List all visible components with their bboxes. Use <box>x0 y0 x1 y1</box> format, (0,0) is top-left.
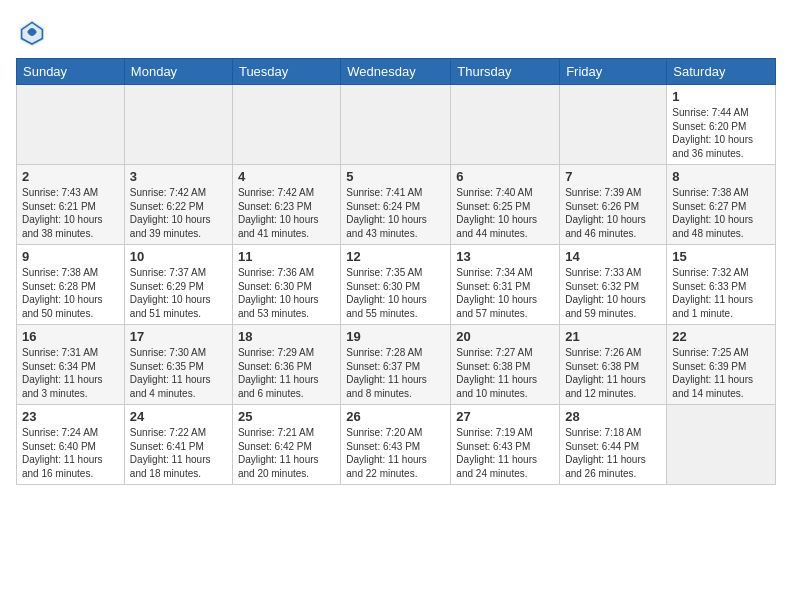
calendar-cell: 2Sunrise: 7:43 AM Sunset: 6:21 PM Daylig… <box>17 165 125 245</box>
day-number: 21 <box>565 329 661 344</box>
day-header-sunday: Sunday <box>17 59 125 85</box>
day-info: Sunrise: 7:44 AM Sunset: 6:20 PM Dayligh… <box>672 107 753 159</box>
calendar-cell: 27Sunrise: 7:19 AM Sunset: 6:43 PM Dayli… <box>451 405 560 485</box>
calendar-cell <box>124 85 232 165</box>
day-info: Sunrise: 7:34 AM Sunset: 6:31 PM Dayligh… <box>456 267 537 319</box>
day-info: Sunrise: 7:38 AM Sunset: 6:28 PM Dayligh… <box>22 267 103 319</box>
calendar-cell: 21Sunrise: 7:26 AM Sunset: 6:38 PM Dayli… <box>560 325 667 405</box>
day-info: Sunrise: 7:31 AM Sunset: 6:34 PM Dayligh… <box>22 347 103 399</box>
calendar-cell: 16Sunrise: 7:31 AM Sunset: 6:34 PM Dayli… <box>17 325 125 405</box>
day-number: 18 <box>238 329 335 344</box>
calendar-cell <box>341 85 451 165</box>
logo <box>16 16 54 48</box>
day-number: 28 <box>565 409 661 424</box>
day-info: Sunrise: 7:28 AM Sunset: 6:37 PM Dayligh… <box>346 347 427 399</box>
day-header-thursday: Thursday <box>451 59 560 85</box>
day-number: 6 <box>456 169 554 184</box>
day-number: 1 <box>672 89 770 104</box>
day-number: 23 <box>22 409 119 424</box>
day-number: 10 <box>130 249 227 264</box>
day-info: Sunrise: 7:38 AM Sunset: 6:27 PM Dayligh… <box>672 187 753 239</box>
day-info: Sunrise: 7:33 AM Sunset: 6:32 PM Dayligh… <box>565 267 646 319</box>
day-info: Sunrise: 7:41 AM Sunset: 6:24 PM Dayligh… <box>346 187 427 239</box>
calendar-cell: 6Sunrise: 7:40 AM Sunset: 6:25 PM Daylig… <box>451 165 560 245</box>
calendar-cell: 9Sunrise: 7:38 AM Sunset: 6:28 PM Daylig… <box>17 245 125 325</box>
page-header <box>16 16 776 48</box>
day-number: 13 <box>456 249 554 264</box>
calendar-cell <box>667 405 776 485</box>
day-number: 24 <box>130 409 227 424</box>
day-header-saturday: Saturday <box>667 59 776 85</box>
day-header-tuesday: Tuesday <box>232 59 340 85</box>
day-info: Sunrise: 7:24 AM Sunset: 6:40 PM Dayligh… <box>22 427 103 479</box>
day-info: Sunrise: 7:20 AM Sunset: 6:43 PM Dayligh… <box>346 427 427 479</box>
day-info: Sunrise: 7:37 AM Sunset: 6:29 PM Dayligh… <box>130 267 211 319</box>
day-info: Sunrise: 7:25 AM Sunset: 6:39 PM Dayligh… <box>672 347 753 399</box>
logo-icon <box>16 16 48 48</box>
calendar-cell: 26Sunrise: 7:20 AM Sunset: 6:43 PM Dayli… <box>341 405 451 485</box>
calendar-header-row: SundayMondayTuesdayWednesdayThursdayFrid… <box>17 59 776 85</box>
day-info: Sunrise: 7:26 AM Sunset: 6:38 PM Dayligh… <box>565 347 646 399</box>
calendar-cell: 10Sunrise: 7:37 AM Sunset: 6:29 PM Dayli… <box>124 245 232 325</box>
calendar-cell: 17Sunrise: 7:30 AM Sunset: 6:35 PM Dayli… <box>124 325 232 405</box>
day-number: 27 <box>456 409 554 424</box>
day-number: 9 <box>22 249 119 264</box>
day-number: 7 <box>565 169 661 184</box>
day-info: Sunrise: 7:19 AM Sunset: 6:43 PM Dayligh… <box>456 427 537 479</box>
day-info: Sunrise: 7:35 AM Sunset: 6:30 PM Dayligh… <box>346 267 427 319</box>
calendar-cell: 12Sunrise: 7:35 AM Sunset: 6:30 PM Dayli… <box>341 245 451 325</box>
calendar-cell: 23Sunrise: 7:24 AM Sunset: 6:40 PM Dayli… <box>17 405 125 485</box>
calendar-cell: 3Sunrise: 7:42 AM Sunset: 6:22 PM Daylig… <box>124 165 232 245</box>
day-info: Sunrise: 7:39 AM Sunset: 6:26 PM Dayligh… <box>565 187 646 239</box>
calendar-week-5: 23Sunrise: 7:24 AM Sunset: 6:40 PM Dayli… <box>17 405 776 485</box>
day-header-wednesday: Wednesday <box>341 59 451 85</box>
day-info: Sunrise: 7:42 AM Sunset: 6:23 PM Dayligh… <box>238 187 319 239</box>
calendar-week-3: 9Sunrise: 7:38 AM Sunset: 6:28 PM Daylig… <box>17 245 776 325</box>
day-number: 3 <box>130 169 227 184</box>
day-number: 12 <box>346 249 445 264</box>
calendar-cell: 25Sunrise: 7:21 AM Sunset: 6:42 PM Dayli… <box>232 405 340 485</box>
day-number: 19 <box>346 329 445 344</box>
calendar-week-4: 16Sunrise: 7:31 AM Sunset: 6:34 PM Dayli… <box>17 325 776 405</box>
day-header-monday: Monday <box>124 59 232 85</box>
day-info: Sunrise: 7:21 AM Sunset: 6:42 PM Dayligh… <box>238 427 319 479</box>
calendar-cell: 11Sunrise: 7:36 AM Sunset: 6:30 PM Dayli… <box>232 245 340 325</box>
calendar-week-2: 2Sunrise: 7:43 AM Sunset: 6:21 PM Daylig… <box>17 165 776 245</box>
calendar-cell: 18Sunrise: 7:29 AM Sunset: 6:36 PM Dayli… <box>232 325 340 405</box>
calendar-cell <box>560 85 667 165</box>
day-number: 22 <box>672 329 770 344</box>
calendar-cell: 13Sunrise: 7:34 AM Sunset: 6:31 PM Dayli… <box>451 245 560 325</box>
calendar-cell: 1Sunrise: 7:44 AM Sunset: 6:20 PM Daylig… <box>667 85 776 165</box>
day-number: 25 <box>238 409 335 424</box>
calendar-cell: 14Sunrise: 7:33 AM Sunset: 6:32 PM Dayli… <box>560 245 667 325</box>
day-number: 15 <box>672 249 770 264</box>
calendar-week-1: 1Sunrise: 7:44 AM Sunset: 6:20 PM Daylig… <box>17 85 776 165</box>
day-header-friday: Friday <box>560 59 667 85</box>
calendar-cell <box>451 85 560 165</box>
day-number: 5 <box>346 169 445 184</box>
day-info: Sunrise: 7:42 AM Sunset: 6:22 PM Dayligh… <box>130 187 211 239</box>
calendar-cell: 8Sunrise: 7:38 AM Sunset: 6:27 PM Daylig… <box>667 165 776 245</box>
day-info: Sunrise: 7:29 AM Sunset: 6:36 PM Dayligh… <box>238 347 319 399</box>
calendar-cell: 28Sunrise: 7:18 AM Sunset: 6:44 PM Dayli… <box>560 405 667 485</box>
day-number: 17 <box>130 329 227 344</box>
day-info: Sunrise: 7:36 AM Sunset: 6:30 PM Dayligh… <box>238 267 319 319</box>
day-info: Sunrise: 7:30 AM Sunset: 6:35 PM Dayligh… <box>130 347 211 399</box>
day-number: 2 <box>22 169 119 184</box>
calendar-cell <box>232 85 340 165</box>
calendar-table: SundayMondayTuesdayWednesdayThursdayFrid… <box>16 58 776 485</box>
calendar-cell: 19Sunrise: 7:28 AM Sunset: 6:37 PM Dayli… <box>341 325 451 405</box>
day-number: 8 <box>672 169 770 184</box>
day-info: Sunrise: 7:22 AM Sunset: 6:41 PM Dayligh… <box>130 427 211 479</box>
day-number: 16 <box>22 329 119 344</box>
calendar-cell <box>17 85 125 165</box>
day-info: Sunrise: 7:43 AM Sunset: 6:21 PM Dayligh… <box>22 187 103 239</box>
day-info: Sunrise: 7:40 AM Sunset: 6:25 PM Dayligh… <box>456 187 537 239</box>
calendar-cell: 20Sunrise: 7:27 AM Sunset: 6:38 PM Dayli… <box>451 325 560 405</box>
calendar-cell: 15Sunrise: 7:32 AM Sunset: 6:33 PM Dayli… <box>667 245 776 325</box>
calendar-cell: 24Sunrise: 7:22 AM Sunset: 6:41 PM Dayli… <box>124 405 232 485</box>
day-info: Sunrise: 7:18 AM Sunset: 6:44 PM Dayligh… <box>565 427 646 479</box>
calendar-cell: 22Sunrise: 7:25 AM Sunset: 6:39 PM Dayli… <box>667 325 776 405</box>
day-number: 20 <box>456 329 554 344</box>
day-info: Sunrise: 7:32 AM Sunset: 6:33 PM Dayligh… <box>672 267 753 319</box>
